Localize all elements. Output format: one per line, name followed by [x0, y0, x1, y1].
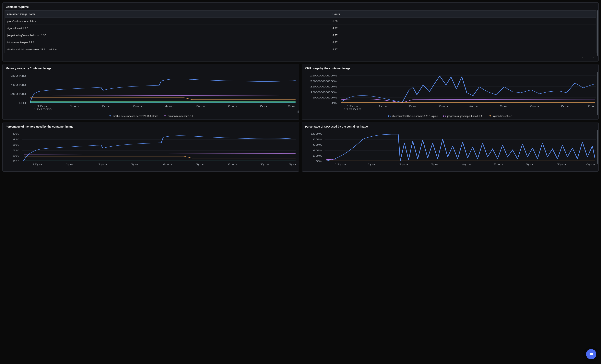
legend-item[interactable]: clickhouse/clickhouse-server:23.11.1-alp…: [109, 115, 158, 118]
x-axis: 12pm 1pm 2pm 3pm 4pm 5pm 6pm 7pm 8pm: [335, 163, 595, 166]
y-tick: 200000000%: [310, 80, 337, 82]
scrollbar[interactable]: [298, 110, 299, 113]
y-tick: 2%: [13, 149, 20, 152]
panel-title: Container Uptime: [5, 5, 596, 10]
svg-text:12pm: 12pm: [347, 105, 358, 107]
legend-label: jaegertracing/example-hotrod:1.30: [447, 115, 483, 118]
legend-item[interactable]: bitnami/zookeeper:3.7.1: [164, 115, 193, 118]
memory-chart: 600 MB 400 MB 200 MB 0 B 12pm 1pm 2pm: [5, 73, 296, 112]
col-header-name[interactable]: container_image_name: [5, 11, 330, 18]
panel-title: Percentage of memory used by the contain…: [5, 125, 297, 130]
svg-text:6pm: 6pm: [530, 105, 539, 107]
cell-name: jaegertracing/example-hotrod:1.30: [5, 32, 330, 39]
y-tick: 150000000%: [310, 86, 337, 88]
chart-area[interactable]: 5% 4% 3% 2% 1% 0% 12pm 1pm: [5, 130, 297, 169]
legend-swatch-icon: [164, 115, 166, 117]
table-row[interactable]: clickhouse/clickhouse-server:23.11.1-alp…: [5, 46, 596, 53]
y-tick: 250000000%: [310, 75, 337, 77]
svg-text:6pm: 6pm: [228, 105, 237, 107]
cell-name: signoz/locust:1.2.3: [5, 25, 330, 32]
svg-text:8pm: 8pm: [289, 163, 296, 166]
legend-label: clickhouse/clickhouse-server:23.11.1-alp…: [392, 115, 438, 118]
table-row[interactable]: signoz/locust:1.2.3 4.77: [5, 25, 596, 32]
svg-text:3pm: 3pm: [431, 163, 440, 166]
svg-text:3pm: 3pm: [133, 105, 142, 107]
cell-hours: 4.77: [330, 32, 596, 39]
svg-text:4pm: 4pm: [462, 163, 471, 166]
svg-text:7pm: 7pm: [260, 163, 269, 166]
svg-text:1pm: 1pm: [378, 105, 387, 107]
memory-usage-panel: Memory usage by Container Image 600 MB 4…: [2, 64, 299, 120]
panel-title: Percentage of CPU used by the container …: [304, 125, 596, 130]
legend-item[interactable]: jaegertracing/example-hotrod:1.30: [443, 115, 483, 118]
panel-title: Memory usage by Container Image: [5, 67, 297, 72]
prev-page-button[interactable]: ‹: [580, 55, 585, 59]
svg-text:6pm: 6pm: [525, 163, 534, 166]
table-row[interactable]: jaegertracing/example-hotrod:1.30 4.77: [5, 32, 596, 39]
cell-hours: 4.77: [330, 39, 596, 46]
chart-legend: clickhouse/clickhouse-server:23.11.1-alp…: [304, 113, 596, 118]
cpu-usage-panel: CPU usage by the container image 2500000…: [302, 64, 599, 120]
svg-text:5pm: 5pm: [494, 163, 503, 166]
svg-text:1pm: 1pm: [368, 163, 376, 166]
table-row[interactable]: prom/node-exporter:latest 5.60: [5, 18, 596, 25]
svg-text:4pm: 4pm: [470, 105, 478, 107]
next-page-button[interactable]: ›: [591, 55, 596, 59]
legend-item[interactable]: signoz/locust:1.2.3: [489, 115, 512, 118]
y-tick: 100000000%: [310, 91, 337, 93]
page-number-button[interactable]: 1: [586, 55, 590, 59]
memory-pct-chart: 5% 4% 3% 2% 1% 0% 12pm 1pm: [5, 131, 296, 169]
table-row[interactable]: bitnami/zookeeper:3.7.1 4.77: [5, 39, 596, 46]
legend-item[interactable]: clickhouse/clickhouse-server:23.11.1-alp…: [388, 115, 438, 118]
svg-text:12pm: 12pm: [335, 163, 346, 166]
legend-swatch-icon: [109, 115, 111, 117]
container-uptime-panel: Container Uptime container_image_name Ho…: [2, 2, 599, 61]
col-header-hours[interactable]: Hours: [330, 11, 596, 18]
svg-text:12pm: 12pm: [32, 163, 43, 166]
svg-text:5pm: 5pm: [196, 105, 205, 107]
svg-text:5pm: 5pm: [195, 163, 204, 166]
svg-text:7pm: 7pm: [259, 105, 268, 107]
chart-legend: clickhouse/clickhouse-server:23.11.1-alp…: [5, 113, 297, 118]
cpu-chart: 250000000% 200000000% 150000000% 1000000…: [305, 73, 596, 112]
svg-text:12/27/23: 12/27/23: [344, 108, 361, 110]
cell-name: prom/node-exporter:latest: [5, 18, 330, 25]
cpu-pct-chart: 100% 80% 60% 40% 20% 0% 12pm 1pm 2pm: [305, 131, 596, 169]
svg-text:12pm: 12pm: [37, 105, 48, 107]
y-tick: 400 MB: [10, 84, 26, 86]
cell-name: bitnami/zookeeper:3.7.1: [5, 39, 330, 46]
legend-label: bitnami/zookeeper:3.7.1: [168, 115, 193, 118]
cell-name: clickhouse/clickhouse-server:23.11.1-alp…: [5, 46, 330, 53]
y-tick: 0 B: [19, 102, 26, 104]
cell-hours: 5.60: [330, 18, 596, 25]
memory-pct-panel: Percentage of memory used by the contain…: [2, 122, 299, 172]
chart-area[interactable]: 600 MB 400 MB 200 MB 0 B 12pm 1pm 2pm: [5, 72, 297, 113]
scrollbar[interactable]: [597, 130, 598, 164]
y-tick: 40%: [313, 149, 322, 152]
x-axis: 12pm 1pm 2pm 3pm 4pm 5pm 6pm 7pm 8pm 12/…: [34, 105, 296, 110]
chevron-left-icon: ‹: [582, 56, 583, 58]
y-tick: 1%: [13, 155, 20, 157]
y-tick: 600 MB: [10, 75, 26, 77]
scrollbar[interactable]: [597, 10, 598, 56]
svg-text:4pm: 4pm: [163, 163, 172, 166]
chart-area[interactable]: 100% 80% 60% 40% 20% 0% 12pm 1pm 2pm: [304, 130, 596, 169]
svg-text:1pm: 1pm: [66, 163, 75, 166]
scrollbar[interactable]: [597, 72, 598, 115]
svg-text:5pm: 5pm: [500, 105, 509, 107]
legend-swatch-icon: [489, 115, 491, 117]
svg-text:2pm: 2pm: [399, 163, 408, 166]
x-axis: 12pm 1pm 2pm 3pm 4pm 5pm 6pm 7pm 8pm 12/…: [344, 105, 596, 110]
svg-text:4pm: 4pm: [165, 105, 173, 107]
svg-text:7pm: 7pm: [561, 105, 569, 107]
svg-text:8pm: 8pm: [586, 163, 595, 166]
svg-text:2pm: 2pm: [101, 105, 110, 107]
svg-text:12/27/23: 12/27/23: [34, 108, 52, 110]
y-tick: 0%: [315, 160, 322, 162]
y-tick: 100%: [310, 133, 322, 135]
y-tick: 60%: [313, 144, 322, 146]
x-axis: 12pm 1pm 2pm 3pm 4pm 5pm 6pm 7pm 8pm: [32, 163, 296, 166]
cell-hours: 4.77: [330, 25, 596, 32]
legend-swatch-icon: [443, 115, 446, 117]
chart-area[interactable]: 250000000% 200000000% 150000000% 1000000…: [304, 72, 596, 113]
